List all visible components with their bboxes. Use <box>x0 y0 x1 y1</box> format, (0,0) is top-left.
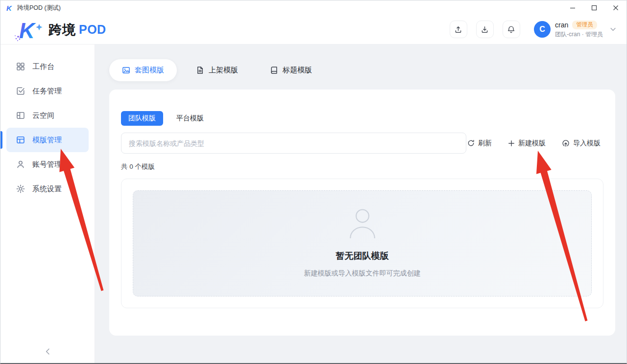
export-button[interactable] <box>450 21 467 38</box>
sidebar-item-accounts[interactable]: 账号管理 <box>6 152 89 177</box>
chevron-down-icon <box>610 27 616 31</box>
empty-state-subtitle: 新建模版或导入模版文件即可完成创建 <box>304 269 421 278</box>
user-icon <box>16 160 25 169</box>
toolbar: 刷新 新建模版 <box>467 139 603 148</box>
book-icon <box>270 66 278 74</box>
image-icon <box>122 66 130 74</box>
sidebar-item-label: 任务管理 <box>32 87 62 96</box>
tab-label: 上架模版 <box>209 66 238 75</box>
window-title: 跨境POD (测试) <box>17 4 61 12</box>
scope-tab-platform[interactable]: 平台模版 <box>169 111 211 126</box>
brand-logo: K 跨境 POD <box>13 18 106 42</box>
avatar: C <box>534 21 551 38</box>
toolbar-label: 新建模版 <box>518 139 546 148</box>
minimize-button[interactable] <box>562 0 583 15</box>
download-button[interactable] <box>476 21 494 38</box>
document-icon <box>196 66 204 74</box>
search-input[interactable] <box>121 133 466 154</box>
sidebar-item-label: 账号管理 <box>32 160 62 169</box>
gear-icon <box>16 184 25 193</box>
tab-image-templates[interactable]: 套图模版 <box>109 59 177 81</box>
close-button[interactable] <box>605 0 627 15</box>
cloud-space-icon <box>16 111 25 120</box>
templates-panel: 团队模版 平台模版 刷新 <box>109 90 615 336</box>
sidebar-item-workbench[interactable]: 工作台 <box>6 54 89 79</box>
sidebar-collapse-button[interactable] <box>43 345 53 358</box>
sidebar: 工作台 任务管理 云空间 <box>0 45 95 364</box>
scope-tab-team[interactable]: 团队模版 <box>121 111 163 126</box>
template-count: 共 0 个模版 <box>121 162 603 171</box>
import-template-button[interactable]: 导入模版 <box>562 139 601 148</box>
template-icon <box>16 136 25 144</box>
grid-icon <box>16 62 25 71</box>
person-icon <box>348 209 377 239</box>
bell-icon <box>507 25 515 34</box>
app-logo-icon: K <box>6 4 14 12</box>
notifications-button[interactable] <box>503 21 520 38</box>
user-menu[interactable]: C cran 管理员 团队-cran · 管理员 <box>534 21 616 39</box>
import-cloud-icon <box>562 139 570 147</box>
sidebar-item-cloud-space[interactable]: 云空间 <box>6 103 89 128</box>
new-template-button[interactable]: 新建模版 <box>508 139 546 148</box>
tab-label: 标题模版 <box>283 66 312 75</box>
user-name: cran <box>555 21 568 29</box>
maximize-button[interactable] <box>583 0 605 15</box>
scope-tabs: 团队模版 平台模版 <box>121 111 603 126</box>
main-content: 套图模版 上架模版 标题模版 <box>95 45 627 364</box>
tab-label: 套图模版 <box>135 66 164 75</box>
tab-listing-templates[interactable]: 上架模版 <box>183 59 251 81</box>
sidebar-item-settings[interactable]: 系统设置 <box>6 177 89 201</box>
download-icon <box>481 25 489 34</box>
brand-name-cn: 跨境 <box>48 21 76 39</box>
svg-text:K: K <box>19 19 36 42</box>
empty-state: 暂无团队模版 新建模版或导入模版文件即可完成创建 <box>133 190 592 296</box>
role-badge: 管理员 <box>572 21 597 29</box>
plus-icon <box>508 140 515 147</box>
refresh-button[interactable]: 刷新 <box>467 139 492 148</box>
brand-k-icon: K <box>13 18 46 42</box>
task-check-icon <box>16 87 25 95</box>
sidebar-item-tasks[interactable]: 任务管理 <box>6 79 89 103</box>
sidebar-item-label: 云空间 <box>32 111 54 120</box>
sidebar-item-label: 系统设置 <box>32 184 62 194</box>
sidebar-item-label: 模版管理 <box>32 136 62 145</box>
upload-icon <box>454 25 462 34</box>
titlebar: K 跨境POD (测试) <box>0 0 627 15</box>
svg-text:K: K <box>6 4 12 12</box>
user-team-line: 团队-cran · 管理员 <box>555 30 603 39</box>
chevron-left-icon <box>46 348 50 355</box>
sidebar-item-label: 工作台 <box>32 62 54 71</box>
brand-name-en: POD <box>79 23 106 37</box>
app-header: K 跨境 POD <box>0 15 627 45</box>
tab-title-templates[interactable]: 标题模版 <box>257 59 325 81</box>
toolbar-label: 刷新 <box>478 139 492 148</box>
toolbar-label: 导入模版 <box>573 139 601 148</box>
empty-state-title: 暂无团队模版 <box>336 250 389 262</box>
sidebar-item-templates[interactable]: 模版管理 <box>6 128 89 152</box>
template-type-tabs: 套图模版 上架模版 标题模版 <box>109 59 615 81</box>
refresh-icon <box>467 139 475 147</box>
template-list-card: 暂无团队模版 新建模版或导入模版文件即可完成创建 <box>121 179 603 308</box>
